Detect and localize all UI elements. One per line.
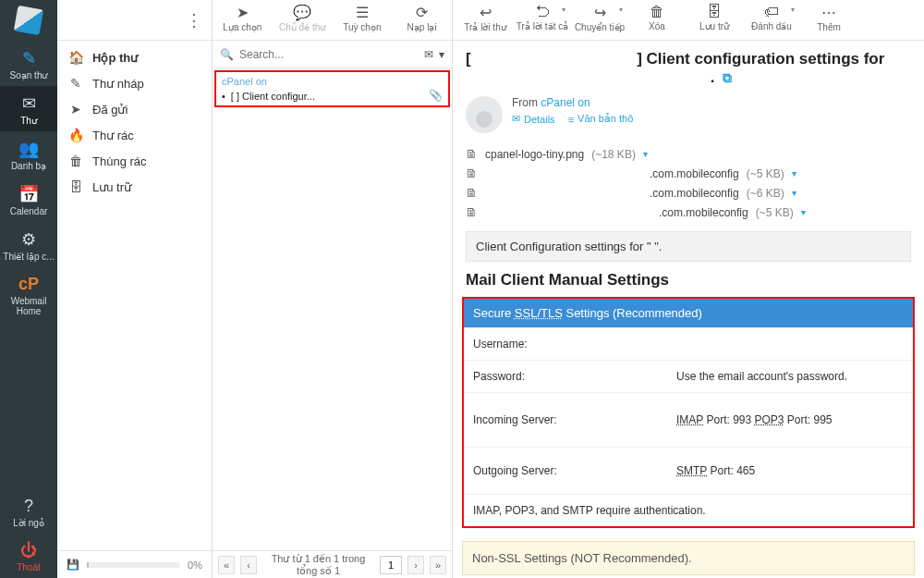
message-list-pane: ➤Lựa chọn 💬Chủ đề thư ☰Tuỳ chọn ⟳Nạp lại… <box>213 0 453 578</box>
chevron-down-icon: ▾ <box>562 6 565 14</box>
avatar <box>466 96 503 133</box>
help-icon: ? <box>0 497 57 516</box>
sidebar-calendar[interactable]: 📅Calendar <box>0 177 57 222</box>
chevron-down-icon: ▾ <box>791 6 795 14</box>
attachment-row[interactable]: 🗎.com.mobileconfig (~5 KB) ▾ <box>466 164 911 183</box>
pager-page-input[interactable] <box>380 556 402 574</box>
fire-icon: 🔥 <box>68 128 83 142</box>
calendar-icon: 📅 <box>0 184 57 204</box>
folder-sent-label: Đã gửi <box>92 103 128 117</box>
toolbar-archive[interactable]: 🗄Lưu trữ <box>686 0 743 31</box>
list-toolbar: ➤Lựa chọn 💬Chủ đề thư ☰Tuỳ chọn ⟳Nạp lại <box>213 0 452 41</box>
sidebar-compose[interactable]: ✎Soạn thư <box>0 41 57 86</box>
folder-trash-label: Thùng rác <box>92 154 147 168</box>
file-icon: 🗎 <box>466 205 478 219</box>
archive-icon: 🗄 <box>68 179 83 194</box>
sidebar-settings-label: Thiết lập c... <box>3 252 54 262</box>
toolbar-reply-all[interactable]: ⮌▾Trả lời tất cả <box>514 0 571 31</box>
gear-icon: ⚙ <box>0 229 57 250</box>
search-scope-icon[interactable]: ✉ <box>424 48 433 61</box>
attachment-row[interactable]: 🗎.com.mobileconfig (~5 KB) ▾ <box>466 203 911 222</box>
chevron-down-icon[interactable]: ▾ <box>792 168 796 178</box>
sidebar-logout-label: Thoát <box>17 562 41 572</box>
row-password: Password:Use the email account's passwor… <box>464 360 913 392</box>
attachment-icon: 📎 <box>429 89 443 102</box>
sidebar-mail[interactable]: ✉Thư <box>0 86 57 131</box>
folder-drafts-label: Thư nháp <box>92 77 144 91</box>
folder-sent[interactable]: ➤Đã gửi <box>57 96 212 122</box>
toolbar-threads[interactable]: 💬Chủ đề thư <box>273 0 333 32</box>
toolbar-delete[interactable]: 🗑Xóa <box>628 0 686 31</box>
message-subject: [ ] Client configur... <box>222 91 443 102</box>
message-from: cPanel on <box>222 76 443 87</box>
folder-menu-icon[interactable]: ⋮ <box>186 10 202 31</box>
ssl-settings-table: Secure SSL/TLS Settings (Recommended) Us… <box>462 297 915 528</box>
sidebar-settings[interactable]: ⚙Thiết lập c... <box>0 222 57 267</box>
refresh-icon: ⟳ <box>392 4 452 21</box>
quota-percent: 0% <box>188 560 202 571</box>
pencil-icon: ✎ <box>68 76 83 91</box>
auth-note: IMAP, POP3, and SMTP require authenticat… <box>464 494 913 526</box>
toolbar-refresh[interactable]: ⟳Nạp lại <box>392 0 452 32</box>
from-row: From cPanel on ✉Details ≡Văn bản thô <box>453 92 924 141</box>
threads-icon: 💬 <box>273 4 333 21</box>
archive-icon: 🗄 <box>686 4 743 20</box>
toolbar-options[interactable]: ☰Tuỳ chọn <box>333 0 393 32</box>
sidebar-webmail-home[interactable]: cPWebmail Home <box>0 267 57 322</box>
pager-first[interactable]: « <box>218 556 235 574</box>
sidebar-compose-label: Soạn thư <box>10 70 48 80</box>
app-logo <box>0 0 57 41</box>
toolbar-select[interactable]: ➤Lựa chọn <box>213 0 273 32</box>
pager: « ‹ Thư từ 1 đến 1 trong tổng số 1 › » <box>213 550 452 578</box>
quota-bar: 💾 0% <box>57 550 212 578</box>
folder-junk-label: Thư rác <box>92 129 134 142</box>
envelope-icon: ✉ <box>512 113 520 125</box>
search-input[interactable] <box>239 48 419 61</box>
plaintext-link[interactable]: ≡Văn bản thô <box>568 113 634 125</box>
search-dropdown-icon[interactable]: ▾ <box>439 48 444 61</box>
chevron-down-icon[interactable]: ▾ <box>801 207 806 217</box>
pager-next[interactable]: › <box>407 556 424 574</box>
chevron-down-icon[interactable]: ▾ <box>643 149 648 159</box>
open-external-icon[interactable]: ⧉ <box>723 70 732 85</box>
row-incoming: Incoming Server:IMAP Port: 993 POP3 Port… <box>464 392 913 447</box>
attachment-row[interactable]: 🗎cpanel-logo-tiny.png (~18 KB) ▾ <box>466 144 911 164</box>
file-icon: 🗎 <box>466 186 478 200</box>
folder-inbox[interactable]: 🏠Hộp thư <box>57 44 212 70</box>
sliders-icon: ☰ <box>333 4 393 21</box>
folder-junk[interactable]: 🔥Thư rác <box>57 122 212 148</box>
sidebar-about[interactable]: ?Lời ngỏ <box>0 489 57 534</box>
file-icon: 🗎 <box>466 166 478 180</box>
sent-icon: ➤ <box>68 102 83 117</box>
message-item[interactable]: cPanel on [ ] Client configur... 📎 <box>214 70 450 107</box>
manual-settings-heading: Mail Client Manual Settings <box>453 262 924 293</box>
pager-text: Thư từ 1 đến 1 trong tổng số 1 <box>262 553 374 577</box>
details-link[interactable]: ✉Details <box>512 113 555 125</box>
pager-last[interactable]: » <box>430 556 446 574</box>
pager-prev[interactable]: ‹ <box>240 556 257 574</box>
chevron-down-icon[interactable]: ▾ <box>792 188 796 198</box>
attachments: 🗎cpanel-logo-tiny.png (~18 KB) ▾ 🗎.com.m… <box>453 141 924 231</box>
toolbar-reply[interactable]: ↩Trả lời thư <box>456 0 514 32</box>
folder-drafts[interactable]: ✎Thư nháp <box>57 70 212 96</box>
toolbar-more[interactable]: ⋯Thêm <box>800 0 857 32</box>
toolbar-mark[interactable]: 🏷▾Đánh dấu <box>743 0 800 31</box>
row-username: Username: <box>464 327 913 360</box>
disk-icon: 💾 <box>67 559 79 571</box>
folder-inbox-label: Hộp thư <box>92 51 138 65</box>
sidebar-contacts[interactable]: 👥Danh bạ <box>0 131 57 177</box>
from-link[interactable]: cPanel on <box>541 96 590 109</box>
folder-archive[interactable]: 🗄Lưu trữ <box>57 174 212 200</box>
mail-icon: ✉ <box>0 93 57 114</box>
sidebar-calendar-label: Calendar <box>10 206 48 216</box>
config-title: Client Configuration settings for " ". <box>466 231 911 262</box>
folder-archive-label: Lưu trữ <box>92 180 131 194</box>
file-icon: 🗎 <box>466 147 478 161</box>
attachment-row[interactable]: 🗎.com.mobileconfig (~6 KB) ▾ <box>466 183 911 203</box>
folder-trash[interactable]: 🗑Thùng rác <box>57 148 212 174</box>
ssl-header: Secure SSL/TLS Settings (Recommended) <box>464 299 913 327</box>
toolbar-forward[interactable]: ↪▾Chuyển tiếp <box>571 0 628 32</box>
non-ssl-header: Non-SSL Settings (NOT Recommended). <box>462 541 915 575</box>
more-icon: ⋯ <box>800 4 857 21</box>
sidebar-logout[interactable]: ⏻Thoát <box>0 534 57 578</box>
